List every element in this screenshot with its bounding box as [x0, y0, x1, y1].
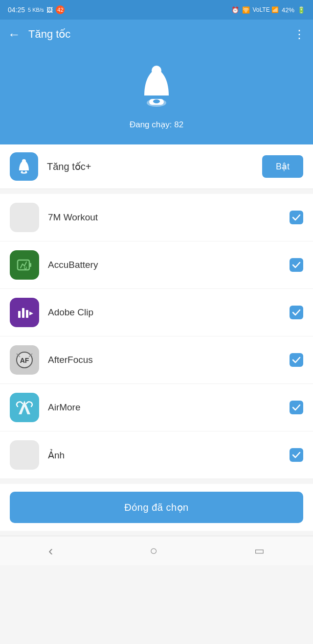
svg-point-6 [22, 159, 26, 163]
svg-text:AF: AF [20, 357, 29, 364]
app-icon-7m [10, 203, 39, 232]
notification-badge: 42 [56, 5, 65, 14]
app-icon-adobe [10, 298, 39, 327]
nav-bar: ‹ ○ ▭ [0, 536, 313, 565]
alarm-icon: ⏰ [231, 6, 239, 14]
status-left: 04:25 5 KB/s 🖼 42 [8, 5, 65, 14]
svg-rect-3 [153, 99, 160, 103]
signal-icon: VoLTE 📶 [253, 6, 279, 13]
nav-back-button[interactable]: ‹ [34, 538, 67, 564]
svg-rect-7 [22, 171, 25, 172]
bottom-button-wrap: Đóng đã chọn [0, 484, 313, 531]
list-item: Ảnh [0, 431, 313, 479]
svg-rect-13 [18, 311, 21, 318]
checkbox-airmore[interactable] [290, 401, 303, 414]
app-name-adobe: Adobe Clip [48, 307, 290, 318]
image-icon: 🖼 [46, 6, 53, 14]
back-button[interactable]: ← [8, 27, 21, 42]
hero-section: Đang chạy: 82 [0, 49, 313, 144]
svg-marker-16 [29, 311, 33, 315]
app-name-afterfocus: AfterFocus [48, 355, 290, 365]
app-icon-accubattery [10, 250, 39, 280]
svg-rect-15 [26, 310, 28, 318]
checkbox-7m[interactable] [290, 211, 303, 224]
status-bar: 04:25 5 KB/s 🖼 42 ⏰ 🛜 VoLTE 📶 42% 🔋 [0, 0, 313, 20]
status-speed: 5 KB/s [28, 7, 44, 13]
list-item: AccuBattery [0, 241, 313, 289]
dong-button[interactable]: Đóng đã chọn [10, 492, 303, 523]
bat-button[interactable]: Bật [262, 155, 303, 178]
list-item: AirMore [0, 384, 313, 431]
checkbox-afterfocus[interactable] [290, 353, 303, 367]
hero-bell-icon [134, 64, 179, 113]
status-right: ⏰ 🛜 VoLTE 📶 42% 🔋 [231, 6, 306, 14]
app-name-airmore: AirMore [48, 402, 290, 413]
app-icon-afterfocus: AF [10, 345, 39, 375]
app-name-anh: Ảnh [48, 450, 290, 461]
list-item: 7M Workout [0, 194, 313, 241]
checkbox-adobe[interactable] [290, 306, 303, 319]
app-name-accubattery: AccuBattery [48, 260, 290, 270]
checkbox-anh[interactable] [290, 448, 303, 462]
app-icon-airmore [10, 393, 39, 422]
svg-rect-14 [22, 308, 24, 318]
running-count: Đang chạy: 82 [130, 119, 183, 130]
list-item: Adobe Clip [0, 289, 313, 336]
boost-label: Tăng tốc+ [47, 161, 262, 172]
status-time: 04:25 [8, 6, 25, 14]
boost-bell-icon [16, 159, 32, 174]
page-title: Tăng tốc [28, 28, 293, 41]
boost-icon-wrap [10, 152, 38, 181]
nav-home-button[interactable]: ○ [135, 538, 172, 563]
nav-recent-button[interactable]: ▭ [240, 540, 279, 562]
svg-point-2 [152, 66, 161, 75]
wifi-icon: 🛜 [242, 6, 250, 14]
app-list: 7M Workout AccuBattery [0, 194, 313, 479]
svg-rect-9 [29, 263, 31, 267]
battery-icon: 🔋 [297, 6, 305, 14]
checkbox-accubattery[interactable] [290, 258, 303, 272]
list-item: AF AfterFocus [0, 336, 313, 384]
top-bar: ← Tăng tốc ⋮ [0, 20, 313, 49]
battery-percent: 42% [282, 6, 294, 14]
app-name-7m: 7M Workout [48, 212, 290, 223]
boost-row: Tăng tốc+ Bật [0, 144, 313, 189]
boost-section: Tăng tốc+ Bật [0, 144, 313, 189]
more-options-button[interactable]: ⋮ [293, 27, 305, 41]
app-icon-anh [10, 440, 39, 470]
